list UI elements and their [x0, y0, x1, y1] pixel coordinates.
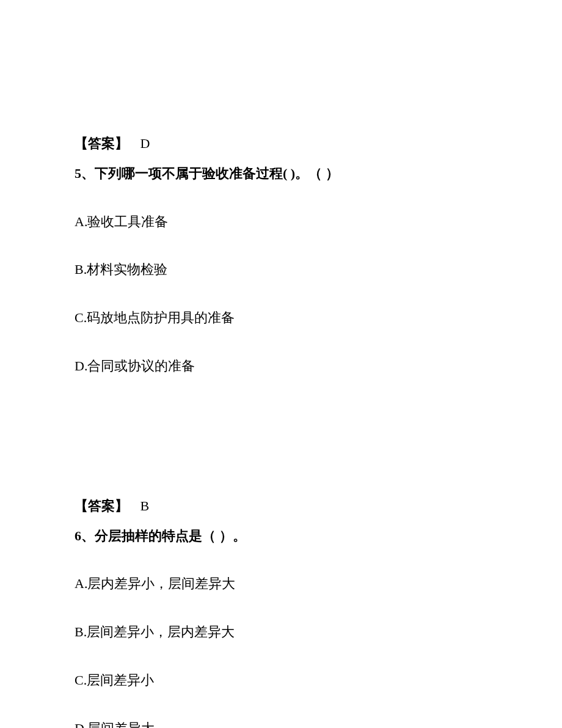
question-5-option-a: A.验收工具准备	[75, 213, 487, 232]
question-5: 5、下列哪一项不属于验收准备过程( )。（ ）	[75, 164, 487, 183]
question-5-option-c: C.码放地点防护用具的准备	[75, 309, 487, 328]
document-content: 【答案】 D 5、下列哪一项不属于验收准备过程( )。（ ） A.验收工具准备 …	[0, 0, 562, 728]
question-6-option-a: A.层内差异小，层间差异大	[75, 575, 487, 594]
question-6-option-b: B.层间差异小，层内差异大	[75, 623, 487, 642]
spacer	[75, 405, 487, 497]
answer-block-1: 【答案】 D	[75, 134, 487, 153]
question-6-option-c: C.层间差异小	[75, 671, 487, 690]
question-6: 6、分层抽样的特点是（ ）。	[75, 527, 487, 546]
question-5-option-b: B.材料实物检验	[75, 260, 487, 279]
answer-block-2: 【答案】 B	[75, 497, 487, 516]
answer-value-1: D	[140, 136, 150, 151]
question-5-option-d: D.合同或协议的准备	[75, 357, 487, 376]
answer-value-2: B	[140, 498, 150, 513]
answer-label-1: 【答案】	[75, 136, 128, 151]
answer-label-2: 【答案】	[75, 498, 128, 513]
question-6-option-d: D.层间差异大	[75, 719, 487, 728]
